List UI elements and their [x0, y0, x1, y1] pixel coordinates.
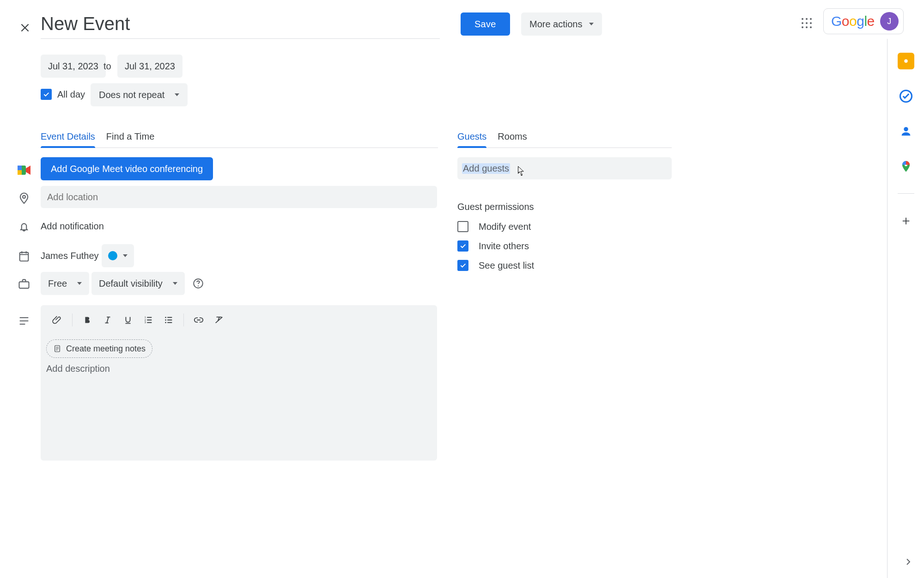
tasks-icon — [899, 89, 913, 103]
close-icon — [19, 22, 31, 34]
location-input[interactable] — [41, 186, 437, 208]
guests-tabs: Guests Rooms — [457, 129, 672, 148]
add-google-meet-button[interactable]: Add Google Meet video conferencing — [41, 157, 213, 180]
svg-point-18 — [904, 127, 908, 131]
permission-invite-others-label: Invite others — [479, 241, 529, 252]
side-panel: ＋ — [887, 39, 924, 578]
attach-file-button[interactable] — [47, 310, 67, 330]
side-contacts-button[interactable] — [898, 123, 914, 140]
tab-guests[interactable]: Guests — [457, 131, 486, 148]
svg-rect-1 — [18, 166, 22, 170]
chevron-down-icon — [123, 254, 128, 257]
toolbar-separator — [183, 314, 184, 326]
color-swatch-icon — [108, 251, 117, 260]
chevron-down-icon — [175, 93, 179, 96]
more-actions-label: More actions — [529, 19, 583, 30]
underline-button[interactable] — [118, 310, 138, 330]
permission-modify-event-row: Modify event — [457, 221, 531, 232]
add-notification-button[interactable]: Add notification — [41, 221, 104, 232]
recurrence-dropdown[interactable]: Does not repeat — [91, 83, 188, 106]
close-button[interactable] — [15, 18, 35, 38]
bulleted-list-button[interactable] — [158, 310, 179, 330]
location-pin-icon — [18, 191, 30, 204]
date-to-label: to — [103, 61, 111, 72]
svg-rect-4 — [20, 252, 29, 261]
details-tabs: Event Details Find a Time — [41, 129, 438, 148]
description-lines-icon — [18, 314, 30, 327]
chevron-down-icon — [77, 282, 82, 285]
svg-text:3: 3 — [145, 321, 146, 324]
visibility-value: Default visibility — [99, 278, 163, 289]
svg-point-7 — [198, 285, 199, 286]
all-day-label: All day — [57, 89, 85, 100]
more-actions-dropdown[interactable]: More actions — [521, 12, 602, 36]
avatar[interactable]: J — [880, 12, 899, 31]
bold-icon — [82, 315, 92, 325]
calendar-color-dropdown[interactable] — [102, 244, 134, 267]
insert-link-button[interactable] — [188, 310, 209, 330]
start-date-input[interactable]: Jul 31, 2023 — [41, 55, 106, 78]
end-date-input[interactable]: Jul 31, 2023 — [117, 55, 182, 78]
hide-side-panel-button[interactable] — [903, 556, 914, 570]
permission-invite-others-checkbox[interactable] — [457, 240, 468, 252]
recurrence-value: Does not repeat — [99, 90, 164, 100]
numbered-list-icon: 123 — [143, 315, 153, 325]
check-icon — [459, 242, 467, 250]
doc-icon — [53, 344, 61, 353]
permission-modify-event-checkbox[interactable] — [457, 221, 468, 232]
paperclip-icon — [52, 315, 62, 325]
svg-point-11 — [165, 317, 166, 318]
guest-permissions-header: Guest permissions — [457, 202, 534, 212]
google-meet-icon — [17, 163, 31, 178]
apps-grid-icon — [802, 18, 812, 28]
bell-icon — [18, 220, 30, 233]
svg-point-13 — [165, 322, 166, 323]
chevron-right-icon — [903, 556, 914, 567]
svg-point-12 — [165, 320, 166, 321]
start-date-value: Jul 31, 2023 — [48, 61, 98, 72]
calendar-icon — [18, 250, 30, 263]
bold-button[interactable] — [77, 310, 97, 330]
svg-rect-2 — [18, 170, 22, 175]
clear-formatting-button[interactable] — [209, 310, 229, 330]
add-guests-input[interactable]: Add guests — [457, 157, 672, 179]
get-addons-button[interactable]: ＋ — [898, 212, 914, 229]
permission-see-guest-list-checkbox[interactable] — [457, 260, 468, 271]
side-tasks-button[interactable] — [898, 88, 914, 105]
avatar-initial: J — [887, 17, 891, 26]
italic-button[interactable] — [97, 310, 118, 330]
google-logo: Google — [831, 13, 875, 29]
tab-event-details[interactable]: Event Details — [41, 131, 95, 148]
italic-icon — [103, 315, 113, 325]
keep-icon — [902, 57, 910, 65]
side-keep-button[interactable] — [898, 53, 914, 69]
briefcase-icon — [18, 277, 30, 290]
tab-find-a-time[interactable]: Find a Time — [106, 131, 154, 148]
permission-invite-others-row: Invite others — [457, 240, 529, 252]
check-icon — [459, 262, 467, 269]
toolbar-separator — [72, 314, 73, 326]
link-icon — [194, 315, 204, 325]
save-button[interactable]: Save — [461, 12, 510, 36]
chevron-down-icon — [173, 282, 177, 285]
clear-format-icon — [214, 315, 224, 325]
svg-point-3 — [23, 196, 25, 198]
create-meeting-notes-button[interactable]: Create meeting notes — [46, 339, 152, 358]
underline-icon — [123, 315, 133, 325]
all-day-checkbox[interactable] — [41, 89, 52, 100]
permission-see-guest-list-row: See guest list — [457, 260, 534, 271]
maps-pin-icon — [900, 160, 912, 173]
event-title-input[interactable] — [41, 11, 440, 39]
account-chooser[interactable]: Google J — [823, 8, 904, 34]
availability-value: Free — [48, 278, 67, 289]
end-date-value: Jul 31, 2023 — [125, 61, 175, 72]
google-apps-button[interactable] — [797, 14, 816, 32]
side-maps-button[interactable] — [898, 158, 914, 175]
availability-dropdown[interactable]: Free — [41, 272, 89, 295]
add-guests-placeholder: Add guests — [462, 163, 510, 174]
description-placeholder[interactable]: Add description — [46, 363, 110, 374]
visibility-dropdown[interactable]: Default visibility — [91, 272, 185, 295]
visibility-help-icon[interactable] — [192, 277, 204, 289]
numbered-list-button[interactable]: 123 — [138, 310, 158, 330]
tab-rooms[interactable]: Rooms — [498, 131, 527, 148]
